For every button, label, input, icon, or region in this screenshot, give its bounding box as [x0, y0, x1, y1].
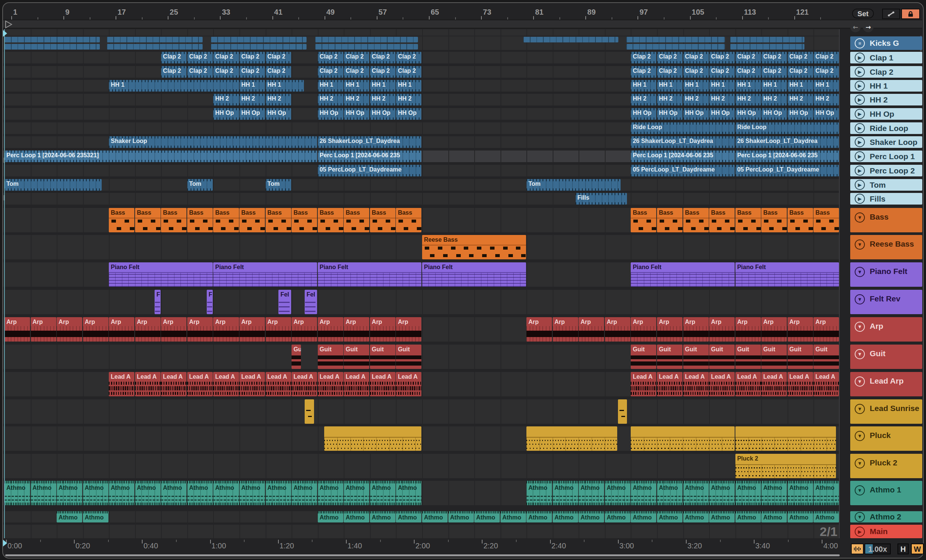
clip-bass[interactable]: Bass	[788, 208, 813, 232]
clip-hh-2[interactable]: HH 2	[683, 94, 709, 106]
clip-clap-2[interactable]: Clap 2	[813, 66, 839, 78]
clip-athmo-1[interactable]: Athmo	[109, 481, 134, 505]
clip-bass[interactable]: Bass	[135, 208, 160, 232]
fold-icon[interactable]: ▼	[855, 239, 865, 250]
clip-hh-op[interactable]: HH Op	[266, 108, 291, 120]
clip-clap-2[interactable]: Clap 2	[631, 66, 656, 78]
clip-perc-loop-2[interactable]: 05 PercLoop_LT_Daydreame	[631, 165, 735, 176]
clip-hh-2[interactable]: HH 2	[344, 94, 369, 106]
arrangement-row-main[interactable]	[3, 525, 839, 538]
clip-bass[interactable]: Bass	[292, 208, 317, 232]
clip-athmo-2[interactable]: Athmo	[344, 511, 369, 522]
loop-length-display[interactable]: 2/1	[788, 525, 837, 538]
clip-clap-1[interactable]: Clap 2	[344, 52, 369, 64]
clip-hh-op[interactable]: HH Op	[813, 108, 839, 120]
clip-hh-2[interactable]: HH 2	[239, 94, 265, 106]
clip-clap-2[interactable]: Clap 2	[318, 66, 343, 78]
clip-hh-1[interactable]: HH 1	[370, 80, 395, 92]
clip-hh-2[interactable]: HH 2	[657, 94, 682, 106]
track-header-hh-op[interactable]: ▶HH Op	[850, 108, 922, 120]
nav-forward-button[interactable]: →	[863, 22, 873, 32]
play-icon[interactable]: ▶	[855, 180, 865, 190]
clip-arp[interactable]: Arp	[761, 317, 787, 342]
track-header-hh-2[interactable]: ▶HH 2	[850, 94, 922, 106]
clip-hh-2[interactable]: HH 2	[735, 94, 761, 106]
clip-perc-loop-2[interactable]: 05 PercLoop_LT_Daydreame	[318, 165, 422, 176]
clip-lead-arp[interactable]: Lead A	[318, 372, 343, 397]
clip-lead-arp[interactable]: Lead A	[709, 372, 735, 397]
clip-arp[interactable]: Arp	[788, 317, 813, 342]
clip-hh-2[interactable]: HH 2	[370, 94, 395, 106]
play-icon[interactable]: ▶	[855, 137, 865, 147]
clip-arp[interactable]: Arp	[109, 317, 134, 342]
clip-athmo-2[interactable]: Athmo	[735, 511, 761, 522]
clip-bass[interactable]: Bass	[370, 208, 395, 232]
clip-piano-felt[interactable]: Piano Felt	[735, 262, 839, 287]
clip-lead-sunrise[interactable]	[305, 400, 314, 424]
clip-athmo-2[interactable]: Athmo	[396, 511, 421, 522]
clip-hh-op[interactable]: HH Op	[370, 108, 395, 120]
clip-athmo-2[interactable]: Athmo	[553, 511, 578, 522]
clip-athmo-1[interactable]: Athmo	[396, 481, 421, 505]
clip-clap-1[interactable]: Clap 2	[657, 52, 682, 64]
clip-hh-2[interactable]: HH 2	[788, 94, 813, 106]
clip-lead-arp[interactable]: Lead A	[657, 372, 682, 397]
clip-lead-arp[interactable]: Lead A	[161, 372, 186, 397]
clip-athmo-2[interactable]: Athmo	[761, 511, 787, 522]
clip-athmo-1[interactable]: Athmo	[5, 481, 30, 505]
clip-guit[interactable]: Gui	[292, 345, 301, 369]
clip-arp[interactable]: Arp	[370, 317, 395, 342]
clip-athmo-1[interactable]: Athmo	[553, 481, 578, 505]
lock-button[interactable]	[901, 9, 920, 19]
clip-arp[interactable]: Arp	[553, 317, 578, 342]
clip-felt-rev[interactable]: F	[207, 290, 213, 314]
group-lane-clip[interactable]	[5, 37, 100, 42]
clip-athmo-1[interactable]: Athmo	[187, 481, 213, 505]
clip-hh-op[interactable]: HH Op	[761, 108, 787, 120]
fold-icon[interactable]: ▼	[855, 512, 865, 522]
clip-athmo-2[interactable]: Athmo	[631, 511, 656, 522]
clip-guit[interactable]: Guit	[683, 345, 709, 369]
clip-perc-loop-1[interactable]: Perc Loop 1 [2024-06-06 235	[735, 150, 839, 162]
group-lane-clip[interactable]	[315, 44, 418, 50]
clip-hh-op[interactable]: HH Op	[344, 108, 369, 120]
clip-hh-1[interactable]: HH 1	[813, 80, 839, 92]
clip-athmo-1[interactable]: Athmo	[213, 481, 239, 505]
fold-icon[interactable]: ▼	[855, 485, 865, 495]
clip-lead-arp[interactable]: Lead A	[239, 372, 265, 397]
clip-arp[interactable]: Arp	[318, 317, 343, 342]
clip-clap-1[interactable]: Clap 2	[683, 52, 709, 64]
clip-lead-arp[interactable]: Lead A	[396, 372, 421, 397]
clip-hh-1[interactable]: HH 1	[735, 80, 761, 92]
clip-lead-arp[interactable]: Lead A	[370, 372, 395, 397]
clip-arp[interactable]: Arp	[813, 317, 839, 342]
clip-hh-2[interactable]: HH 2	[709, 94, 735, 106]
clip-athmo-1[interactable]: Athmo	[605, 481, 630, 505]
clip-arp[interactable]: Arp	[161, 317, 186, 342]
clip-arp[interactable]: Arp	[31, 317, 56, 342]
clip-clap-1[interactable]: Clap 2	[813, 52, 839, 64]
clip-hh-op[interactable]: HH Op	[709, 108, 735, 120]
clip-athmo-2[interactable]: Athmo	[422, 511, 448, 522]
clip-clap-1[interactable]: Clap 2	[709, 52, 735, 64]
clip-clap-2[interactable]: Clap 2	[266, 66, 291, 78]
clip-perc-loop-2[interactable]: 05 PercLoop_LT_Daydreame	[735, 165, 839, 176]
fold-icon[interactable]: ▼	[855, 404, 865, 414]
clip-bass[interactable]: Bass	[161, 208, 186, 232]
group-lane-clip[interactable]	[730, 44, 805, 50]
track-header-pluck-2[interactable]: ▼Pluck 2	[850, 454, 922, 478]
clip-hh-op[interactable]: HH Op	[683, 108, 709, 120]
clip-tom[interactable]: Tom	[527, 179, 620, 191]
clip-arp[interactable]: Arp	[605, 317, 630, 342]
play-icon[interactable]: ▶	[855, 109, 865, 119]
track-header-perc-loop-1[interactable]: ▶Perc Loop 1	[850, 150, 922, 162]
loop-start-marker-icon[interactable]	[3, 540, 7, 546]
clip-shaker-loop[interactable]: Shaker Loop	[109, 136, 317, 148]
clip-athmo-1[interactable]: Athmo	[31, 481, 56, 505]
clip-clap-1[interactable]: Clap 2	[213, 52, 239, 64]
clip-lead-arp[interactable]: Lead A	[761, 372, 787, 397]
fold-icon[interactable]: ▼	[855, 322, 865, 332]
clip-bass[interactable]: Bass	[709, 208, 735, 232]
clip-reese-bass[interactable]: Reese Bass	[422, 235, 526, 259]
track-header-lead-arp[interactable]: ▼Lead Arp	[850, 372, 922, 397]
